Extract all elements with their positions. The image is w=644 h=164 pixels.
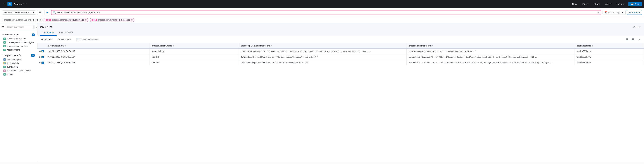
pill-operator: : exists [32,19,38,21]
row-checkbox[interactable] [42,50,44,52]
full-screen-button[interactable]: ↗ [638,37,641,42]
field-type-badge-k: k [4,37,6,40]
field-item-process-command-line[interactable]: k process.command_line [0,44,37,48]
date-range-picker[interactable]: 📅 Last 90 days ▼ [602,10,626,15]
popular-fields-help-icon: ⓘ [19,54,21,57]
row-timestamp: Nov 12, 2023 @ 16:34:36.178 [46,60,150,66]
timestamp-col-label: @timestamp [50,45,62,47]
app-name: Discover [14,3,23,5]
pill-value-2: : svchost.exe [72,19,84,21]
sidebar-field-list: ▼ Selected fields 4 k process.parent.nam… [0,31,37,162]
view-mode-list-button[interactable]: ☰ [631,37,635,42]
data-table: ↓ @timestamp ⓘ ▼ process.parent.name ▼ [37,43,644,66]
display-options-button[interactable]: ☷ [638,25,641,29]
field-name-label: process.parent.name [7,37,35,40]
field-type-badge-k-3: k [4,45,6,47]
app-logo: D [8,2,12,6]
pill-field-label: process.parent.command_line [4,19,31,21]
selected-fields-section-header[interactable]: ▼ Selected fields 4 [0,32,37,37]
field-type-badge-k-2: k [4,41,6,44]
columns-label: Columns [44,38,52,41]
inspect-button[interactable]: Inspect [616,2,626,6]
alerts-button[interactable]: Alerts [604,2,613,6]
tab-field-statistics[interactable]: Field statistics [56,29,76,36]
view-mode-grid-button[interactable]: ☷ [625,37,628,42]
row-hostname: windev2310eval [574,54,644,60]
pill-field-label-2: process.parent.name [52,19,71,21]
field-item-host-hostname[interactable]: k host.hostname [0,48,37,52]
save-icon: 💾 [631,3,634,5]
parent-cmd-col-label: process.parent.command_line [241,45,270,47]
field-name-label-2: process.parent.command_line [7,41,35,44]
sidebar-filter-button[interactable]: ☷ 0 [34,25,37,29]
search-field-names-input[interactable] [5,25,34,29]
row-timestamp: Nov 12, 2023 @ 16:34:54.112 [46,48,150,54]
refresh-button[interactable]: ↻ Refresh [627,10,642,15]
pill-field-label-3: process.parent.name [98,19,117,21]
th-hostname[interactable]: host.hostname ▼ [574,43,644,48]
hamburger-icon[interactable]: ☰ [2,1,6,6]
sidebar-fields-toggle-icon[interactable]: ☷ [2,26,4,28]
search-input[interactable] [57,11,596,14]
field-item-process-parent-command-line[interactable]: k process.parent.command_line [0,41,37,44]
share-button[interactable]: Share [592,2,601,6]
content-settings: ⚙ ☷ [632,25,641,29]
filter-pill-3[interactable]: NOT process.parent.name : explorer.exe × [90,18,134,22]
open-button[interactable]: Open [581,2,590,6]
field-type-badge-num: # [4,58,6,61]
search-clear-button[interactable]: × [598,11,599,14]
new-button[interactable]: New [571,2,578,6]
row-cmd-line: C:\Windows\system32\cmd.exe /c ""C:\Wind… [407,48,574,54]
field-item-url-path[interactable]: k url.path [0,73,37,76]
row-hostname: windev2310eval [574,60,644,66]
row-actions-cell: ▶ [37,60,46,66]
field-item-destination-port[interactable]: # destination.port [0,58,37,61]
pill-close-icon[interactable]: × [40,19,41,21]
sub-toolbar: ☷ Columns ↕ 1 field sorted 📄 3 documents… [37,36,644,43]
field-item-destination-ip[interactable]: 🌍 destination.ip [0,61,37,65]
th-parent-name[interactable]: process.parent.name ▼ [150,43,239,48]
th-parent-cmd[interactable]: process.parent.command_line ▼ [239,43,406,48]
row-parent-name: powershell.exe [150,48,239,54]
field-type-badge-geo: 🌍 [4,62,6,64]
date-range-chevron: ▼ [622,11,624,14]
field-item-process-parent-name[interactable]: k process.parent.name [0,37,37,41]
row-hostname: windev2310eval [574,48,644,54]
parent-name-col-label: process.parent.name [152,45,172,47]
columns-button[interactable]: ☷ Columns [40,38,53,41]
selected-docs-button[interactable]: 📄 3 documents selected [75,38,100,41]
field-item-event-action[interactable]: k event.action [0,65,37,69]
th-expand [37,43,46,48]
row-cmd-line: powershell -w hidden -nop -c $a='192.168… [407,60,574,66]
tab-documents[interactable]: Documents [40,29,56,36]
main-layout: ☷ ☷ 0 ▼ Selected fields 4 k process.pare… [0,23,644,162]
table-row: ▶ Nov 12, 2023 @ 16:34:36.178 cmd.exe C:… [37,60,644,66]
settings-icon-button[interactable]: ⚙ [632,25,636,29]
save-button[interactable]: 💾 Save [628,2,642,6]
row-expand-button[interactable]: ▶ [39,61,41,64]
filter-pill-2[interactable]: NOT process.parent.name : svchost.exe × [44,18,88,22]
sort-button[interactable]: ↕ 1 field sorted [56,38,72,41]
refresh-label: Refresh [632,11,640,14]
row-expand-button[interactable]: ▶ [39,56,41,58]
search-bar: 🔍 × [51,10,601,15]
pill-close-icon-2[interactable]: × [85,19,86,21]
row-checkbox[interactable] [42,62,44,64]
popular-fields-section-header[interactable]: ▼ Popular fields ⓘ 10 [0,53,37,58]
not-badge-3: NOT [92,19,97,21]
field-item-http-response-status-code[interactable]: # http.response.status_code [0,69,37,73]
pill-close-icon-3[interactable]: × [131,19,132,21]
filter-options-button[interactable]: ☷ [37,10,43,15]
filter-pill-1[interactable]: process.parent.command_line : exists × [2,18,43,22]
row-actions-cell: ▶ [37,48,46,54]
row-checkbox[interactable] [42,56,44,58]
th-cmd-line[interactable]: process.command_line ▼ [407,43,574,48]
add-filter-button[interactable]: + [44,10,50,15]
th-timestamp[interactable]: ↓ @timestamp ⓘ ▼ [46,43,150,48]
row-expand-button[interactable]: ▶ [39,50,41,52]
index-pattern-selector[interactable]: .alerts-security.alerts-default,ap... ▼ [2,10,36,14]
filter-pills-row: process.parent.command_line : exists × N… [0,17,644,23]
field-name-label-3: process.command_line [7,45,35,47]
selected-label: 3 documents selected [79,38,99,41]
columns-icon: ☷ [41,38,43,41]
